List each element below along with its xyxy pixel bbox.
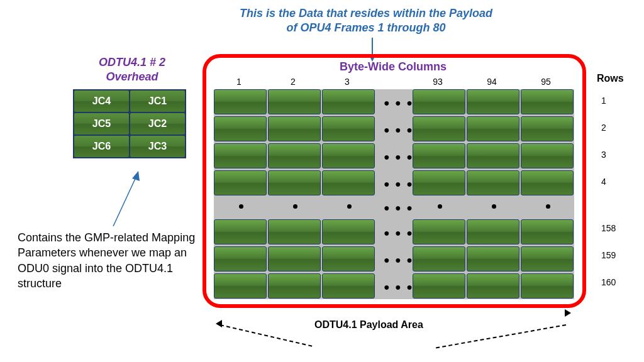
payload-cell bbox=[322, 246, 375, 272]
row-label: 158 bbox=[601, 223, 620, 233]
payload-cell bbox=[214, 273, 267, 299]
payload-cell bbox=[521, 219, 574, 244]
col-label: 93 bbox=[413, 77, 463, 87]
payload-cell bbox=[322, 273, 375, 299]
payload-cell bbox=[322, 143, 375, 168]
dot-icon bbox=[492, 204, 496, 209]
ellipsis-icon: ● ● ● bbox=[384, 178, 414, 190]
payload-cell bbox=[521, 246, 574, 272]
payload-cell bbox=[268, 219, 321, 244]
payload-cell bbox=[268, 273, 321, 299]
payload-cell bbox=[521, 143, 574, 168]
payload-cell bbox=[413, 246, 465, 272]
payload-cell bbox=[413, 273, 465, 299]
payload-cell bbox=[521, 89, 574, 114]
payload-cell bbox=[214, 219, 267, 244]
payload-cell bbox=[322, 116, 375, 141]
arrow-head-icon bbox=[565, 309, 571, 317]
payload-cell bbox=[214, 170, 267, 195]
payload-cell bbox=[268, 143, 321, 168]
arrow-up-icon bbox=[107, 170, 145, 233]
dot-icon bbox=[438, 204, 442, 209]
jc-cell: JC6 bbox=[74, 135, 130, 158]
dot-icon bbox=[347, 204, 352, 209]
arrow-head-icon bbox=[216, 320, 222, 327]
payload-cell bbox=[413, 116, 465, 141]
row-label: 159 bbox=[601, 250, 620, 260]
payload-cell bbox=[413, 219, 465, 244]
columns-title: Byte-Wide Columns bbox=[321, 60, 465, 74]
ellipsis-icon: ● ● ● bbox=[384, 255, 414, 266]
payload-cell bbox=[467, 116, 519, 141]
payload-cell bbox=[521, 273, 574, 299]
payload-cell bbox=[268, 246, 321, 272]
payload-cell bbox=[467, 170, 519, 195]
row-label: 1 bbox=[601, 96, 620, 106]
ellipsis-icon: ● ● ● bbox=[384, 97, 414, 109]
payload-cell bbox=[413, 143, 465, 168]
ellipsis-icon: ● ● ● bbox=[384, 202, 414, 214]
dot-icon bbox=[293, 204, 297, 209]
ellipsis-icon: ● ● ● bbox=[384, 282, 414, 293]
dashed-arrow-right bbox=[436, 324, 566, 348]
top-annotation: This is the Data that resides within the… bbox=[234, 6, 498, 35]
col-label: 1 bbox=[214, 77, 264, 87]
col-label: 95 bbox=[521, 77, 571, 87]
row-label: 4 bbox=[601, 177, 620, 187]
payload-cell bbox=[521, 116, 574, 141]
overhead-note: Contains the GMP-related Mapping Paramet… bbox=[18, 230, 213, 291]
dot-icon bbox=[546, 204, 550, 209]
overhead-title-l2: Overhead bbox=[82, 70, 182, 84]
col-label: 3 bbox=[322, 77, 372, 87]
row-label: 2 bbox=[601, 123, 620, 133]
payload-cell bbox=[268, 116, 321, 141]
payload-cell bbox=[521, 170, 574, 195]
payload-cell bbox=[467, 246, 519, 272]
jc-cell: JC4 bbox=[74, 90, 130, 112]
ellipsis-icon: ● ● ● bbox=[384, 151, 414, 163]
rows-title: Rows bbox=[597, 73, 624, 84]
ellipsis-icon: ● ● ● bbox=[384, 228, 414, 239]
jc-cell: JC3 bbox=[130, 135, 186, 158]
payload-cell bbox=[413, 170, 465, 195]
overhead-table: JC4 JC1 JC5 JC2 JC6 JC3 bbox=[73, 89, 186, 158]
jc-cell: JC1 bbox=[130, 90, 186, 112]
row-label: 3 bbox=[601, 150, 620, 160]
payload-cell bbox=[467, 219, 519, 244]
payload-cell bbox=[214, 89, 267, 114]
jc-cell: JC5 bbox=[74, 112, 130, 135]
ellipsis-icon: ● ● ● bbox=[384, 124, 414, 136]
payload-cell bbox=[214, 116, 267, 141]
overhead-title: ODTU4.1 # 2 Overhead bbox=[82, 55, 182, 84]
dashed-arrow-left bbox=[220, 324, 313, 347]
col-label: 94 bbox=[467, 77, 517, 87]
row-label: 160 bbox=[601, 277, 620, 287]
payload-cell bbox=[322, 89, 375, 114]
svg-marker-3 bbox=[132, 171, 140, 181]
payload-area-label: ODTU4.1 Payload Area bbox=[314, 319, 423, 331]
payload-cell bbox=[268, 170, 321, 195]
dot-icon bbox=[239, 204, 243, 209]
payload-cell bbox=[214, 143, 267, 168]
payload-cell bbox=[268, 89, 321, 114]
svg-line-2 bbox=[113, 175, 137, 226]
payload-cell bbox=[322, 170, 375, 195]
payload-cell bbox=[467, 89, 519, 114]
jc-cell: JC2 bbox=[130, 112, 186, 135]
payload-cell bbox=[467, 143, 519, 168]
payload-cell bbox=[214, 246, 267, 272]
overhead-title-l1: ODTU4.1 # 2 bbox=[82, 55, 182, 70]
payload-cell bbox=[322, 219, 375, 244]
payload-cell bbox=[467, 273, 519, 299]
payload-cell bbox=[413, 89, 465, 114]
col-label: 2 bbox=[268, 77, 318, 87]
